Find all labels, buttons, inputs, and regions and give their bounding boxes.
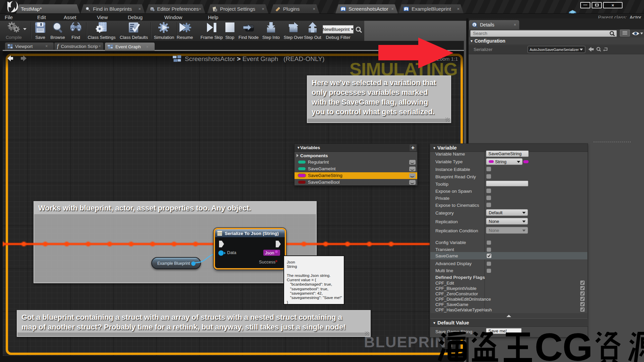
svg-text:G: G [562, 332, 593, 362]
svg-text:a: a [151, 8, 153, 11]
svg-text:i: i [474, 23, 475, 27]
svg-text:C: C [535, 332, 563, 362]
